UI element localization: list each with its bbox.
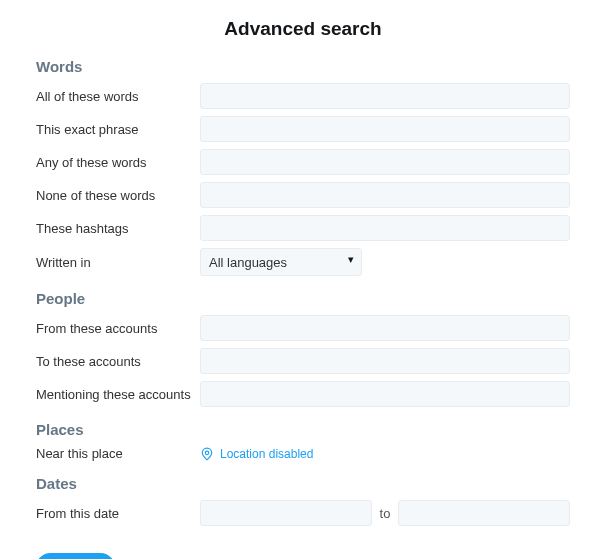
input-any-words[interactable] — [200, 149, 570, 175]
input-date-to[interactable] — [398, 500, 570, 526]
section-heading-dates: Dates — [36, 475, 570, 492]
section-heading-places: Places — [36, 421, 570, 438]
label-from-date: From this date — [36, 506, 200, 521]
section-heading-people: People — [36, 290, 570, 307]
search-button[interactable]: Search — [36, 553, 115, 559]
date-separator: to — [380, 506, 391, 521]
label-written-in: Written in — [36, 255, 200, 270]
svg-point-0 — [205, 451, 209, 455]
input-to-accounts[interactable] — [200, 348, 570, 374]
label-all-words: All of these words — [36, 89, 200, 104]
section-heading-words: Words — [36, 58, 570, 75]
label-any-words: Any of these words — [36, 155, 200, 170]
input-hashtags[interactable] — [200, 215, 570, 241]
label-mentioning-accounts: Mentioning these accounts — [36, 387, 200, 402]
page-title: Advanced search — [36, 18, 570, 40]
input-all-words[interactable] — [200, 83, 570, 109]
select-language[interactable]: All languages — [200, 248, 362, 276]
location-pin-icon — [200, 447, 214, 461]
input-date-from[interactable] — [200, 500, 372, 526]
label-to-accounts: To these accounts — [36, 354, 200, 369]
input-exact-phrase[interactable] — [200, 116, 570, 142]
label-exact-phrase: This exact phrase — [36, 122, 200, 137]
input-from-accounts[interactable] — [200, 315, 570, 341]
label-near-place: Near this place — [36, 446, 200, 461]
location-status-text: Location disabled — [220, 447, 313, 461]
label-hashtags: These hashtags — [36, 221, 200, 236]
label-from-accounts: From these accounts — [36, 321, 200, 336]
input-mentioning-accounts[interactable] — [200, 381, 570, 407]
input-none-words[interactable] — [200, 182, 570, 208]
label-none-words: None of these words — [36, 188, 200, 203]
location-status[interactable]: Location disabled — [200, 447, 570, 461]
